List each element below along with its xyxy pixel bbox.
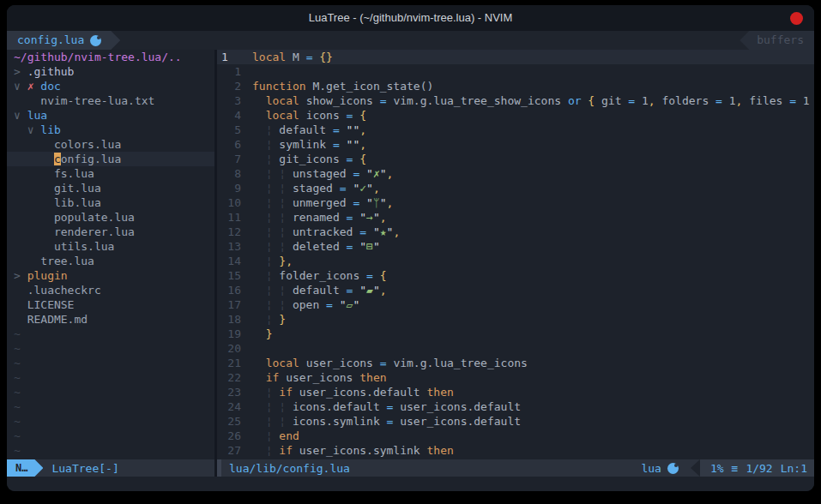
code-line[interactable]: 15 ¦ folder_icons = { (217, 268, 814, 283)
code-line[interactable]: 1 (217, 64, 814, 79)
tree-row[interactable]: git.lua (7, 181, 214, 195)
file-tree[interactable]: ~/github/nvim-tree.lua/..> .github∨ ✗ do… (7, 50, 214, 459)
tree-row[interactable]: ∨ lib (7, 123, 214, 137)
code-line[interactable]: 14 ¦ }, (217, 254, 814, 268)
token: local (266, 357, 306, 369)
close-icon[interactable] (790, 12, 803, 25)
tree-row[interactable]: > .github (7, 64, 214, 79)
token: default (279, 123, 333, 136)
code-line[interactable]: 18 ¦ } (217, 312, 814, 327)
powerline-separator-icon (691, 459, 700, 477)
code-text: ¦ ¦ renamed = "→", (252, 210, 387, 225)
token: utils.lua (14, 240, 114, 253)
code-line[interactable]: 11 ¦ ¦ renamed = "→", (217, 210, 814, 225)
command-line[interactable] (7, 477, 814, 491)
tree-row[interactable]: populate.lua (7, 210, 214, 225)
code-line[interactable]: 12 ¦ ¦ untracked = "★", (217, 225, 814, 239)
token (252, 94, 266, 107)
code-line[interactable]: 7 ¦ git_icons = { (217, 152, 814, 166)
code-line[interactable]: 25 ¦ ¦ icons.symlink = user_icons.defaul… (217, 414, 814, 429)
token: icons.symlink (293, 415, 387, 428)
token: staged (293, 182, 340, 195)
chevron-icon: ∨ (14, 109, 27, 122)
tree-row[interactable]: config.lua (7, 152, 214, 166)
token: ¦ (252, 153, 279, 165)
tree-row[interactable]: ∨ lua (7, 108, 214, 123)
token: = (347, 211, 360, 224)
tree-row[interactable]: nvim-tree-lua.txt (7, 93, 214, 108)
chevron-icon: > (14, 269, 27, 282)
code-line[interactable]: 17 ¦ ¦ open = "▱" (217, 297, 814, 312)
code-line[interactable]: 10 ¦ ¦ unmerged = "ᛘ", (217, 195, 814, 210)
lua-icon (667, 463, 679, 474)
string-glyph: ▰ (366, 284, 373, 297)
code-line[interactable]: 23 ¦ if user_icons.default then (217, 385, 814, 399)
token: " (366, 167, 373, 180)
token: 1 (729, 94, 736, 107)
token: local (252, 51, 293, 63)
token: " (359, 211, 366, 224)
code-line[interactable]: 8 ¦ ¦ unstaged = "✗", (217, 166, 814, 181)
code-line[interactable]: 4 local icons = { (217, 108, 814, 123)
token: git (601, 94, 628, 107)
code-text: } (252, 327, 272, 341)
token: = (340, 182, 353, 195)
tree-empty-row: ~ (7, 385, 214, 399)
code-line[interactable]: 19 } (217, 327, 814, 341)
tilde: ~ (14, 400, 21, 413)
code-line[interactable]: 16 ¦ ¦ default = "▰", (217, 283, 814, 297)
token: = (366, 269, 380, 282)
code-line[interactable]: 2function M.get_icon_state() (217, 79, 814, 93)
code-line[interactable]: 22 if user_icons then (217, 370, 814, 385)
code-line[interactable]: 1local M = {} (217, 50, 814, 64)
tree-row[interactable]: renderer.lua (7, 225, 214, 239)
code-line[interactable]: 5 ¦ default = "", (217, 123, 814, 137)
token: = (380, 94, 394, 107)
tree-row[interactable]: LICENSE (7, 297, 214, 312)
token: " (353, 298, 359, 311)
scroll-percent: 1% (710, 462, 724, 475)
git-dirty-icon: ✗ (27, 80, 41, 93)
line-number: 21 (217, 356, 241, 370)
token: "" (347, 123, 360, 136)
token: function (252, 80, 312, 93)
tree-row[interactable]: colors.lua (7, 137, 214, 152)
tab-config-lua[interactable]: config.lua (7, 31, 120, 50)
tree-row[interactable]: lib.lua (7, 195, 214, 210)
tree-row[interactable]: utils.lua (7, 239, 214, 254)
token: = (789, 94, 803, 107)
token: = (347, 109, 360, 122)
code-line[interactable]: 24 ¦ ¦ icons.default = user_icons.defaul… (217, 399, 814, 414)
tree-window-label: LuaTree[-] (51, 462, 118, 475)
line-number: 16 (217, 283, 241, 297)
code-line[interactable]: 3 local show_icons = vim.g.lua_tree_show… (217, 93, 814, 108)
token: { (359, 153, 366, 165)
token: .github (27, 65, 75, 78)
code-line[interactable]: 21 local user_icons = vim.g.lua_tree_ico… (217, 356, 814, 370)
token: " (380, 167, 387, 180)
token: "" (347, 138, 360, 151)
editor-window[interactable]: 1local M = {}12function M.get_icon_state… (217, 50, 814, 459)
tree-empty-row: ~ (7, 443, 214, 458)
token: = (353, 167, 366, 180)
cursor-block: c (54, 153, 61, 165)
code-line[interactable]: 27 ¦ if user_icons.symlink then (217, 443, 814, 458)
code-line[interactable]: 20 (217, 341, 814, 356)
tree-row[interactable]: ∨ ✗ doc (7, 79, 214, 93)
tree-row[interactable]: tree.lua (7, 254, 214, 268)
code-text: ¦ } (252, 312, 286, 327)
code-line[interactable]: 6 ¦ symlink = "", (217, 137, 814, 152)
tree-row[interactable]: README.md (7, 312, 214, 327)
chevron-icon: ∨ (27, 123, 41, 136)
tree-row[interactable]: > plugin (7, 268, 214, 283)
code-line[interactable]: 9 ¦ ¦ staged = "✓", (217, 181, 814, 195)
tree-row[interactable]: .luacheckrc (7, 283, 214, 297)
code-line[interactable]: 26 ¦ end (217, 429, 814, 443)
token: " (373, 284, 380, 297)
token: , (649, 94, 662, 107)
code-line[interactable]: 13 ¦ ¦ deleted = "⊟" (217, 239, 814, 254)
tree-row[interactable]: ~/github/nvim-tree.lua/.. (7, 50, 214, 64)
tree-row[interactable]: fs.lua (7, 166, 214, 181)
code-text: ¦ ¦ staged = "✓", (252, 181, 380, 195)
line-number: 26 (217, 429, 241, 443)
